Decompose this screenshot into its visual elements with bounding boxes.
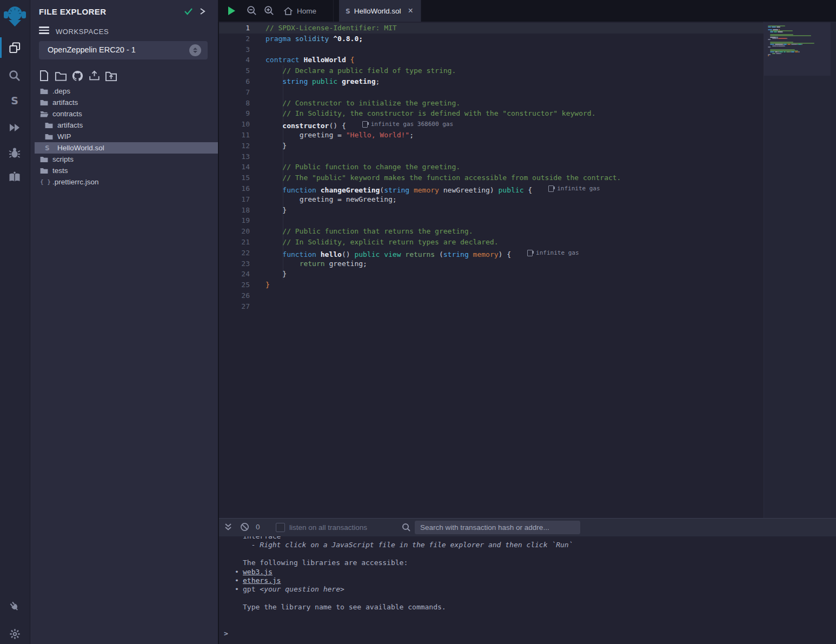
code-line-23: return greeting; xyxy=(266,258,621,269)
code-line-2: pragma solidity ^0.8.0; xyxy=(266,34,621,44)
tree-item-label: .deps xyxy=(52,87,70,95)
terminal-line: •web3.js xyxy=(219,568,836,576)
tree-item-label: tests xyxy=(52,167,68,175)
upload-file-icon[interactable] xyxy=(88,69,101,82)
tree-item-label: HelloWorld.sol xyxy=(57,144,104,152)
tree-item--prettierrc-json[interactable]: { }.prettierrc.json xyxy=(30,176,218,188)
deploy-run-icon[interactable] xyxy=(0,116,29,140)
upload-folder-icon[interactable] xyxy=(105,69,117,82)
code-line-8: // Constructor to initialize the greetin… xyxy=(266,98,621,109)
tree-item-label: contracts xyxy=(52,110,82,118)
fuel-pump-icon xyxy=(527,250,533,256)
remix-logo[interactable] xyxy=(3,4,26,29)
settings-icon[interactable] xyxy=(0,622,29,644)
code-line-6: string public greeting; xyxy=(266,76,621,87)
tree-item-wip[interactable]: WIP xyxy=(30,131,218,142)
file-explorer-icon[interactable] xyxy=(0,36,29,59)
terminal-search-input[interactable] xyxy=(415,521,580,534)
code-line-7 xyxy=(266,87,621,98)
terminal-line: The following libraries are accessible: xyxy=(219,559,836,567)
tab-home[interactable]: Home xyxy=(277,0,334,22)
tab-helloworld-sol[interactable]: SHelloWorld.sol× xyxy=(339,0,421,22)
code-line-10: constructor() {infinite gas 368600 gas xyxy=(266,119,621,130)
plugin-manager-icon[interactable] xyxy=(0,595,29,619)
code-line-22: function hello() public view returns (st… xyxy=(266,248,621,258)
listen-transactions-label: listen on all transactions xyxy=(289,523,367,532)
clear-console-icon[interactable] xyxy=(240,522,249,532)
code-content: // SPDX-License-Identifier: MITpragma so… xyxy=(266,23,621,312)
fuel-pump-icon xyxy=(548,185,554,192)
tab-label: HelloWorld.sol xyxy=(354,7,401,15)
learneth-icon[interactable] xyxy=(0,165,29,189)
code-line-18: } xyxy=(266,205,621,216)
code-line-1: // SPDX-License-Identifier: MIT xyxy=(266,23,621,34)
code-line-21: // In Solidity, explicit return types ar… xyxy=(266,237,621,248)
tree-item-helloworld-sol[interactable]: SHelloWorld.sol xyxy=(35,142,226,154)
workspace-switch-icon[interactable] xyxy=(189,44,201,56)
activity-bar: S xyxy=(0,0,30,644)
tree-item-tests[interactable]: tests xyxy=(30,165,218,176)
editor-tab-bar: HomeSHelloWorld.sol× xyxy=(219,0,836,22)
file-explorer-toolbar xyxy=(38,69,117,82)
code-line-4: contract HelloWorld { xyxy=(266,55,621,65)
tree-item-label: scripts xyxy=(52,155,74,163)
terminal-line xyxy=(219,550,836,559)
folder-icon xyxy=(45,122,54,129)
file-explorer-panel: FILE EXPLORER WORKSPACES OpenZeppelin ER… xyxy=(30,0,218,644)
code-line-27 xyxy=(266,301,621,312)
gas-estimate-badge: infinite gas 368600 gas xyxy=(362,119,453,130)
folder-open-icon xyxy=(40,111,49,117)
listen-transactions-checkbox[interactable] xyxy=(276,523,285,532)
gas-estimate-badge: infinite gas xyxy=(527,248,579,258)
zoom-in-icon[interactable] xyxy=(263,5,275,16)
zoom-out-icon[interactable] xyxy=(246,5,257,16)
code-line-3 xyxy=(266,44,621,55)
transaction-count-badge: 0 xyxy=(256,523,260,531)
folder-icon xyxy=(45,134,54,140)
code-line-17: greeting = newGreeting; xyxy=(266,194,621,205)
solidity-file-icon: S xyxy=(346,7,350,15)
folder-icon xyxy=(40,99,49,106)
folder-icon xyxy=(40,156,49,163)
close-tab-icon[interactable]: × xyxy=(408,7,413,15)
braces-icon: { } xyxy=(40,178,49,185)
check-icon[interactable] xyxy=(184,8,193,15)
search-icon[interactable] xyxy=(0,64,29,88)
fuel-pump-icon xyxy=(362,121,368,128)
new-folder-icon[interactable] xyxy=(55,69,67,82)
run-script-icon[interactable] xyxy=(228,6,235,15)
tree-item-contracts[interactable]: contracts xyxy=(30,108,218,119)
workspaces-menu-icon[interactable] xyxy=(39,26,49,35)
code-line-11: greeting = "Hello, World!"; xyxy=(266,130,621,141)
github-icon[interactable] xyxy=(71,69,84,82)
debugger-icon[interactable] xyxy=(0,141,29,165)
gas-estimate-badge: infinite gas xyxy=(548,183,600,194)
terminal-line: Type the library name to see available c… xyxy=(219,603,836,612)
panel-title: FILE EXPLORER xyxy=(39,7,106,16)
terminal-prompt[interactable]: > xyxy=(224,629,228,638)
terminal-link[interactable]: web3.js xyxy=(243,568,273,576)
code-line-13 xyxy=(266,151,621,162)
editor-scrollbar[interactable] xyxy=(831,22,836,518)
tree-item--deps[interactable]: .deps xyxy=(30,85,218,97)
solidity-compiler-icon[interactable]: S xyxy=(0,89,29,112)
home-icon xyxy=(283,6,293,16)
workspace-select[interactable]: OpenZeppelin ERC20 - 1 xyxy=(39,41,208,59)
tree-item-artifacts[interactable]: artifacts xyxy=(30,119,218,131)
main-area: HomeSHelloWorld.sol× 1234567891011121314… xyxy=(218,0,836,644)
code-editor[interactable]: 1234567891011121314151617181920212223242… xyxy=(219,22,836,518)
tree-item-label: WIP xyxy=(57,132,71,141)
collapse-terminal-icon[interactable] xyxy=(224,523,232,532)
tree-item-artifacts[interactable]: artifacts xyxy=(30,97,218,108)
new-file-icon[interactable] xyxy=(38,69,50,82)
tree-item-scripts[interactable]: scripts xyxy=(30,154,218,165)
terminal-link[interactable]: ethers.js xyxy=(243,576,281,585)
code-line-16: function changeGreeting(string memory ne… xyxy=(266,183,621,194)
code-line-9: // In Solidity, the constructor is defin… xyxy=(266,108,621,119)
code-line-20: // Public function that returns the gree… xyxy=(266,226,621,237)
chevron-right-icon[interactable] xyxy=(200,8,205,15)
minimap[interactable] xyxy=(764,22,831,518)
folder-icon xyxy=(40,88,49,95)
workspaces-label: WORKSPACES xyxy=(56,28,109,36)
line-numbers: 1234567891011121314151617181920212223242… xyxy=(219,23,250,312)
